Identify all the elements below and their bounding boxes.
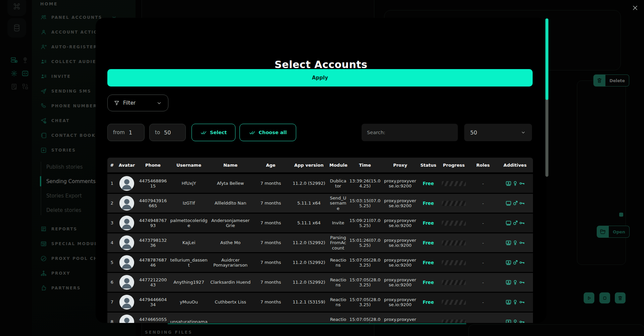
cell-additives (497, 279, 533, 285)
filter-button[interactable]: Filter (107, 95, 168, 111)
table-row[interactable]: 1447546889615HfUxjYAfyta Bellew7 months1… (107, 174, 533, 193)
close-button[interactable] (630, 3, 640, 13)
cell-proxy: proxy.proxyverse.io:9200 (382, 238, 418, 248)
monitor-x-icon (505, 279, 512, 285)
cell-additives (497, 299, 533, 305)
cell-age: 7 months (252, 260, 289, 265)
from-label: from (113, 129, 125, 135)
page-size-select[interactable]: 50 (464, 124, 532, 141)
cell-time: 15:07:05(28.03.25) (347, 258, 382, 268)
table-row[interactable]: 24407943916665IzGTIfAlllelddlto Nan7 mon… (107, 194, 533, 213)
column-header: Proxy (382, 163, 418, 168)
progress-bar (442, 300, 466, 305)
cell-phone: 447494876793 (137, 218, 169, 228)
cell-progress (439, 240, 469, 245)
table-row[interactable]: 4447379813236KajLeiAsthe Mo7 months11.2.… (107, 233, 533, 252)
cell-phone: 447721220043 (137, 277, 169, 288)
table-row[interactable]: 3447494876793palmettocoleridgeAndersonja… (107, 214, 533, 232)
avatar (119, 294, 135, 310)
to-field: to (149, 124, 186, 141)
filter-button-label: Filter (123, 100, 136, 106)
cell-avatar (117, 275, 137, 290)
cell-name: Clarksardin Huend (209, 280, 252, 285)
choose-all-button-label: Choose all (259, 130, 287, 135)
key-icon (519, 279, 525, 285)
apply-button[interactable]: Apply (107, 69, 533, 87)
cell-additives (497, 260, 533, 266)
cell-username: palmettocoleridge (169, 218, 209, 228)
cell-time: 15:07:05(28.03.25) (347, 297, 382, 307)
cell-username: KajLei (169, 240, 209, 245)
cell-age: 7 months (252, 181, 289, 186)
monitor-x-icon (505, 319, 512, 323)
cell-module: Reactions (329, 297, 347, 307)
cell-name: Andersonjameser Grie (209, 218, 252, 228)
table-row[interactable]: 7447944660434yMuuOuCuthbertx Liss7 month… (107, 293, 533, 312)
cell-name: Alllelddlto Nan (209, 201, 252, 206)
cell-phone: 447546889615 (137, 178, 169, 189)
select-button-label: Select (210, 130, 227, 135)
progress-bar (442, 201, 466, 206)
double-check-icon (249, 129, 256, 136)
cell-app-version: 11.2.1 (53159) (289, 299, 329, 304)
to-input[interactable] (163, 129, 179, 136)
key-icon (519, 319, 525, 323)
progress-bar (442, 280, 466, 285)
avatar (119, 314, 135, 323)
cell-proxy: proxy.proxyverse.io:9200 (382, 297, 418, 307)
cell-username: yMuuOu (169, 299, 209, 304)
monitor-x-icon (505, 299, 512, 305)
chevron-down-icon (521, 130, 526, 135)
cell-app-version: 5.11.1 x64 (289, 201, 329, 206)
column-header: Module (329, 163, 347, 168)
progress-bar (442, 181, 466, 186)
search-input[interactable] (362, 124, 458, 141)
avatar (119, 215, 135, 231)
cell-age: 7 months (252, 220, 289, 225)
key-icon (519, 299, 525, 305)
cell-progress (439, 260, 469, 265)
cell-time: 13:39:26(15.04.25) (347, 178, 382, 189)
from-field: from (107, 124, 145, 141)
select-button[interactable]: Select (192, 124, 235, 141)
female-icon (512, 319, 518, 323)
monitor-x-icon (505, 180, 512, 186)
cell-module: Reactions (329, 317, 347, 323)
cell-module: Reactions (329, 258, 347, 268)
progress-bar (442, 260, 466, 265)
cell-status: Free (418, 201, 439, 206)
choose-all-button[interactable]: Choose all (239, 124, 296, 141)
column-header: Age (252, 163, 289, 168)
cell-progress (439, 320, 469, 323)
from-input[interactable] (128, 129, 144, 136)
cell-number: 5 (107, 260, 117, 265)
cell-time: 15:07:05(28.03.25) (347, 277, 382, 288)
cell-status: Free (418, 240, 439, 245)
avatar (119, 195, 135, 211)
cell-app-version: 11.2.0 (52992) (289, 260, 329, 265)
cell-app-version: 11.2.0 (52992) (289, 240, 329, 245)
cell-additives (497, 180, 533, 186)
cell-app-version: 11.2.0 (52992) (289, 181, 329, 186)
table-row[interactable]: 6447721220043Anything1927Clarksardin Hue… (107, 273, 533, 292)
cell-time: 15:01:26(07.05.25) (347, 238, 382, 248)
cell-roles: - (469, 221, 497, 226)
close-icon (632, 5, 638, 11)
male-icon (512, 220, 518, 226)
cell-additives (497, 200, 533, 206)
double-check-icon (200, 129, 207, 136)
table-row[interactable]: 5447878768746tellurium_dassentAuidrcer P… (107, 253, 533, 272)
table-row[interactable]: 844746650553unsaturationamaReactions15:0… (107, 313, 533, 323)
cell-module: Dublicator (329, 178, 347, 189)
page-size-value: 50 (470, 129, 477, 136)
modal-scrollbar-thumb[interactable] (545, 18, 548, 100)
key-icon (519, 240, 525, 246)
monitor-x-icon (505, 240, 512, 246)
avatar (119, 275, 135, 290)
accounts-table: #AvatarPhoneUsernameNameAgeApp versionMo… (107, 158, 533, 323)
progress-bar (442, 240, 466, 245)
cell-age: 7 months (252, 280, 289, 285)
progress-bar (442, 221, 466, 226)
cell-time: 15:03:15(07.05.25) (347, 198, 382, 209)
cell-age: 7 months (252, 201, 289, 206)
